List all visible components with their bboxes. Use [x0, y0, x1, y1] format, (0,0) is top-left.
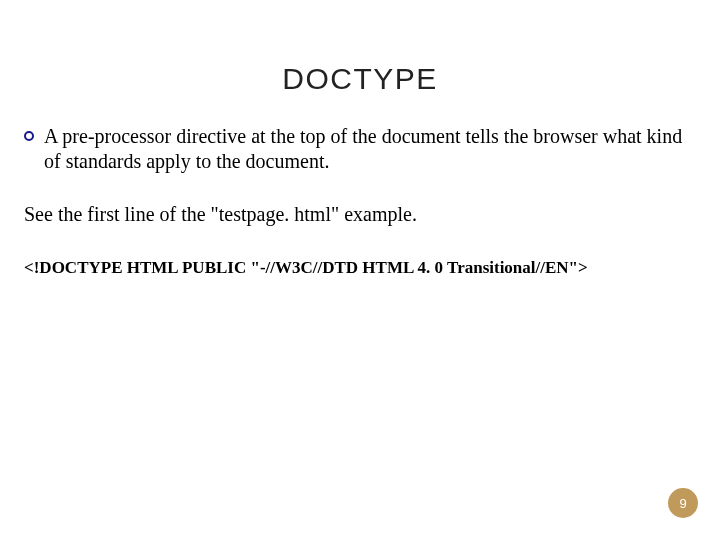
doctype-code: <!DOCTYPE HTML PUBLIC "-//W3C//DTD HTML …: [24, 257, 698, 278]
see-example-text: See the first line of the "testpage. htm…: [24, 202, 698, 227]
bullet-text: A pre-processor directive at the top of …: [44, 124, 698, 174]
page-number-badge: 9: [668, 488, 698, 518]
bullet-item: A pre-processor directive at the top of …: [24, 124, 698, 174]
slide: DOCTYPE A pre-processor directive at the…: [0, 0, 720, 540]
slide-body: A pre-processor directive at the top of …: [0, 96, 720, 278]
bullet-icon: [24, 131, 34, 141]
slide-title: DOCTYPE: [0, 0, 720, 96]
